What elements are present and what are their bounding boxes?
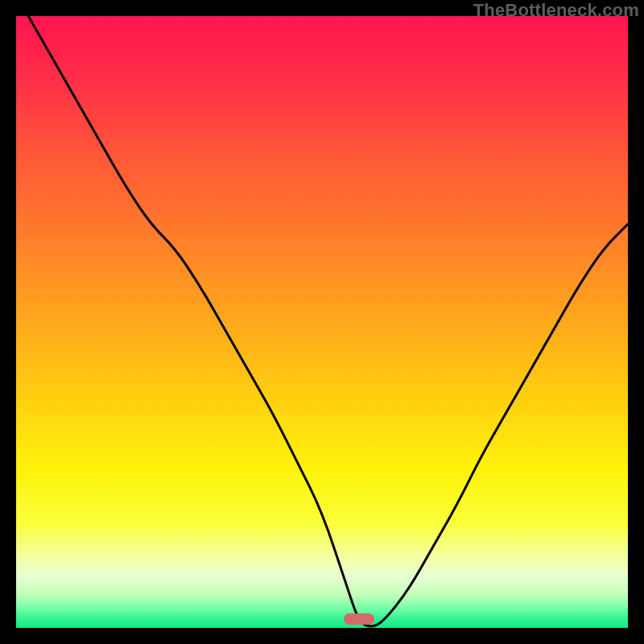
watermark: TheBottleneck.com <box>473 0 639 21</box>
optimum-marker <box>344 613 374 625</box>
bottleneck-curve <box>16 16 628 628</box>
plot-area <box>16 16 628 628</box>
frame: TheBottleneck.com <box>0 0 644 644</box>
